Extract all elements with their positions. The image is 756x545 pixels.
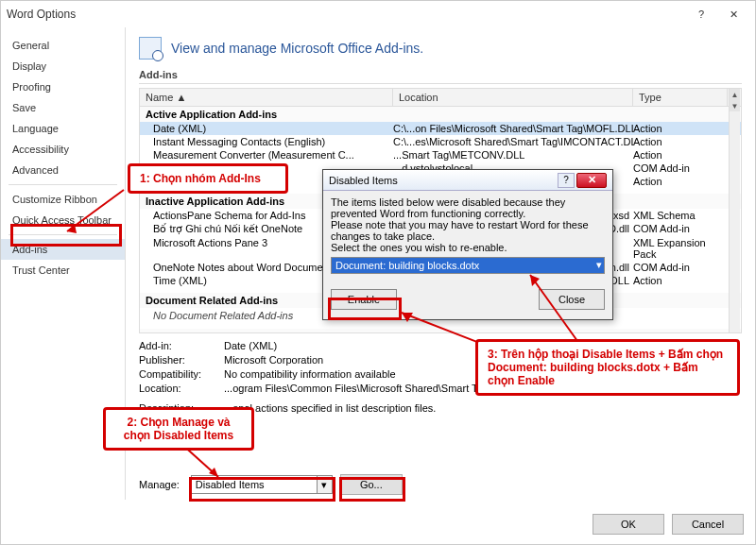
page-header: View and manage Microsoft Office Add-ins… [171,41,423,56]
titlebar: Word Options ? ✕ [1,1,755,27]
chevron-down-icon[interactable]: ▾ [317,476,332,493]
manage-combo[interactable]: Disabled Items ▾ [191,475,333,494]
inner-help-button[interactable]: ? [558,173,575,188]
inner-close-button2[interactable]: Close [539,289,605,310]
inner-text: Please note that you may have to restart… [331,219,605,242]
window-title: Word Options [7,8,685,21]
close-button[interactable]: ✕ [717,4,749,25]
table-row[interactable]: Instant Messaging Contacts (English)C:\.… [140,135,741,148]
sidebar-item-qat[interactable]: Quick Access Toolbar [1,210,125,230]
chevron-down-icon: ▾ [596,259,602,271]
go-button[interactable]: Go... [340,474,403,495]
cancel-button[interactable]: Cancel [672,514,744,535]
sidebar-item-general[interactable]: General [1,35,125,56]
group-active: Active Application Add-ins [140,107,741,122]
inner-close-button[interactable]: ✕ [576,173,607,188]
col-name[interactable]: Name ▲ [140,89,393,106]
section-addins: Add-ins [139,69,742,84]
manage-bar: Manage: Disabled Items ▾ Go... [139,474,403,495]
col-location[interactable]: Location [393,89,633,106]
sidebar: General Display Proofing Save Language A… [1,27,126,500]
col-type[interactable]: Type [633,89,728,106]
inner-text: Select the ones you wish to re-enable. [331,242,605,253]
manage-label: Manage: [139,479,180,490]
sidebar-item-display[interactable]: Display [1,56,125,77]
addins-icon [139,37,162,60]
table-row[interactable]: Measurement Converter (Measurement C....… [140,148,741,162]
sidebar-item-proofing[interactable]: Proofing [1,77,125,97]
disabled-item-listbox[interactable]: Document: building blocks.dotx ▾ [331,257,605,274]
group-disabled: Disabled Application Add-ins [140,329,741,333]
word-options-dialog: Word Options ? ✕ General Display Proofin… [0,0,756,545]
sidebar-item-language[interactable]: Language [1,118,125,139]
sidebar-item-accessibility[interactable]: Accessibility [1,139,125,160]
table-row[interactable]: Date (XML)C:\...on Files\Microsoft Share… [140,122,741,135]
disabled-items-dialog: Disabled Items ? ✕ The items listed belo… [322,169,613,320]
help-button[interactable]: ? [685,4,717,25]
ok-button[interactable]: OK [593,514,664,535]
dialog-footer: OK Cancel [593,514,744,535]
sidebar-item-save[interactable]: Save [1,97,125,118]
sidebar-item-addins[interactable]: Add-ins [1,239,125,260]
enable-button[interactable]: Enable [331,289,397,310]
sidebar-item-trust-center[interactable]: Trust Center [1,260,125,281]
sidebar-item-customize-ribbon[interactable]: Customize Ribbon [1,189,125,210]
addin-details: Add-in:Date (XML) Publisher:Microsoft Co… [139,339,742,416]
scrollbar[interactable]: ▲▼ [729,89,740,332]
sidebar-item-advanced[interactable]: Advanced [1,160,125,180]
inner-text: The items listed below were disabled bec… [331,196,605,219]
inner-title: Disabled Items [329,175,398,186]
